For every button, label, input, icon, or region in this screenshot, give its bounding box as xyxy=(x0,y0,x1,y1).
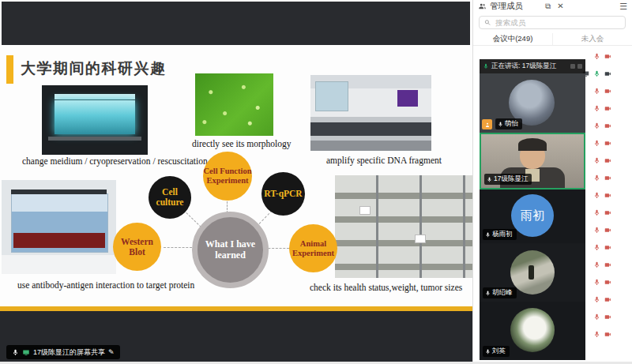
mic-status-icon[interactable] xyxy=(593,261,600,268)
mic-status-icon[interactable] xyxy=(593,122,600,129)
camera-status-icon[interactable] xyxy=(604,331,611,338)
screen-share-icon xyxy=(22,349,30,356)
caption-gel: use antibody-antigen interaction to targ… xyxy=(17,280,194,290)
share-bottom-bar: 17级陈显江的屏幕共享 ✎ xyxy=(0,311,472,362)
camera-status-icon[interactable] xyxy=(604,313,611,321)
mic-icon xyxy=(12,349,19,356)
avatar xyxy=(510,308,555,352)
panel-title: 管理成员 xyxy=(490,1,523,12)
screen-share-pill[interactable]: 17级陈显江的屏幕共享 ✎ xyxy=(6,345,120,359)
camera-status-icon[interactable] xyxy=(604,279,611,286)
menu-icon[interactable]: ☰ xyxy=(619,2,627,12)
slide-title: 大学期间的科研兴趣 xyxy=(21,58,167,79)
camera-status-icon[interactable] xyxy=(604,88,611,95)
caption-cages: check its health status,weight, tumor si… xyxy=(310,283,462,292)
tab-not-joined[interactable]: 未入会 xyxy=(552,33,632,45)
tile-name-label: 胡绍峰 xyxy=(483,287,517,298)
mic-status-icon[interactable] xyxy=(593,279,600,286)
tile-name-label: 萌怡 xyxy=(495,118,522,129)
banner-controls[interactable] xyxy=(570,64,582,69)
video-tile-active-speaker[interactable]: 17级陈显江 xyxy=(480,133,585,190)
search-icon xyxy=(484,19,491,26)
laboratory-photo xyxy=(310,75,431,151)
caption-fish-tank: change meidium / cryopreservation / resc… xyxy=(22,156,208,166)
tab-in-meeting[interactable]: 会议中(249) xyxy=(473,33,552,45)
mic-icon xyxy=(485,291,491,296)
video-tile[interactable]: 胡绍峰 xyxy=(480,243,585,302)
mic-icon xyxy=(485,232,491,238)
title-accent-bar xyxy=(6,55,13,84)
close-icon[interactable]: ✕ xyxy=(557,2,563,11)
meeting-window: 大学期间的科研兴趣 change meidium / cryopreservat… xyxy=(0,0,632,364)
annotate-pencil-icon[interactable]: ✎ xyxy=(108,348,115,356)
tile-name-label: 刘英 xyxy=(483,346,510,357)
member-search[interactable] xyxy=(479,16,626,29)
caption-microscopy: directly see its morphology xyxy=(192,139,292,148)
camera-status-icon[interactable] xyxy=(604,122,611,129)
camera-status-icon[interactable] xyxy=(604,70,611,77)
camera-status-icon[interactable] xyxy=(604,192,611,199)
mic-icon xyxy=(487,177,492,182)
caption-lab: amplify specific DNA fragment xyxy=(326,156,442,165)
mic-icon xyxy=(485,349,491,355)
presentation-slide: 大学期间的科研兴趣 change meidium / cryopreservat… xyxy=(0,45,472,306)
panel-header: 管理成员 ⧉ ✕ ☰ xyxy=(473,0,632,13)
mic-status-icon[interactable] xyxy=(593,157,600,164)
fish-tank-photo xyxy=(42,85,148,155)
gel-electrophoresis-photo xyxy=(2,180,116,274)
camera-status-icon[interactable] xyxy=(604,244,611,251)
shared-screen: 大学期间的科研兴趣 change meidium / cryopreservat… xyxy=(0,0,472,362)
camera-status-icon[interactable] xyxy=(604,105,611,112)
avatar: 雨初 xyxy=(511,194,554,237)
mic-status-icon[interactable] xyxy=(593,192,600,199)
speaking-banner: 正在讲话: 17级陈显江 xyxy=(480,59,585,73)
video-tile[interactable]: 雨初 杨雨初 xyxy=(480,190,585,243)
search-input[interactable] xyxy=(494,17,620,28)
panel-tabs: 会议中(249) 未入会 xyxy=(473,33,632,46)
mic-icon xyxy=(498,122,503,127)
popout-icon[interactable]: ⧉ xyxy=(545,2,551,11)
circle-cell-culture: Cell culture xyxy=(149,176,191,219)
circle-western-blot: Western Blot xyxy=(113,223,161,271)
mic-status-icon[interactable] xyxy=(593,244,600,251)
mic-status-icon[interactable] xyxy=(593,105,600,112)
tile-name-label: 杨雨初 xyxy=(483,229,517,240)
camera-status-icon[interactable] xyxy=(604,209,611,216)
mic-status-icon[interactable] xyxy=(593,140,600,147)
mic-status-icon[interactable] xyxy=(593,331,600,338)
circle-rt-qpcr: RT-qPCR xyxy=(261,172,305,216)
camera-status-icon[interactable] xyxy=(604,157,611,164)
camera-status-icon[interactable] xyxy=(604,227,611,234)
mic-status-icon[interactable] xyxy=(593,174,600,182)
host-badge-icon xyxy=(482,119,492,129)
microscopy-photo xyxy=(195,73,273,136)
mic-status-icon[interactable] xyxy=(593,70,600,77)
mic-status-icon[interactable] xyxy=(593,313,600,321)
mic-status-icon[interactable] xyxy=(593,227,600,234)
members-icon xyxy=(478,2,487,10)
camera-status-icon[interactable] xyxy=(604,53,611,60)
mic-status-icon[interactable] xyxy=(593,209,600,216)
speaking-banner-text: 正在讲话: 17级陈显江 xyxy=(491,62,556,71)
circle-cell-function: Cell Function Experiment xyxy=(203,152,252,201)
video-tile[interactable]: 萌怡 xyxy=(480,73,585,133)
mic-status-icon[interactable] xyxy=(593,88,600,95)
connector-line xyxy=(164,247,192,248)
camera-status-icon[interactable] xyxy=(604,261,611,268)
share-bar-label: 17级陈显江的屏幕共享 xyxy=(33,347,105,358)
circle-center-what-i-learned: What I have learned xyxy=(192,212,269,288)
camera-status-icon[interactable] xyxy=(604,296,611,303)
mic-status-icon[interactable] xyxy=(593,53,600,60)
speaking-voice-icon xyxy=(483,63,489,69)
tile-name-label: 17级陈显江 xyxy=(484,174,532,185)
circle-animal-experiment: Animal Experiment xyxy=(289,224,337,272)
mic-status-icon[interactable] xyxy=(593,296,600,303)
mouse-cages-photo xyxy=(335,175,472,278)
slide-top-dark-bar xyxy=(2,2,470,45)
video-tile[interactable]: 刘英 xyxy=(480,302,585,360)
camera-status-icon[interactable] xyxy=(604,174,611,182)
camera-status-icon[interactable] xyxy=(604,140,611,147)
